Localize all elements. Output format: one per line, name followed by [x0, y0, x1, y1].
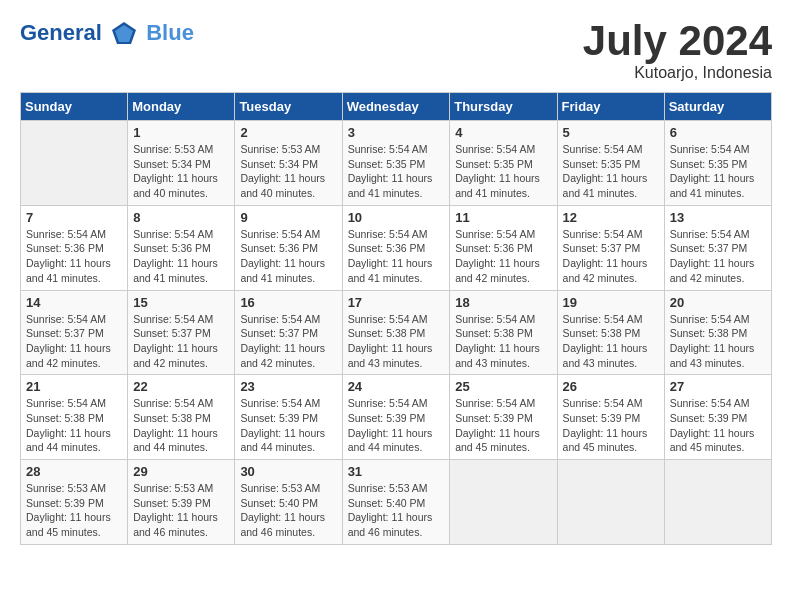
calendar-cell: 17Sunrise: 5:54 AMSunset: 5:38 PMDayligh…	[342, 290, 450, 375]
day-info: Sunrise: 5:54 AMSunset: 5:38 PMDaylight:…	[348, 312, 445, 371]
day-number: 17	[348, 295, 445, 310]
calendar-cell: 9Sunrise: 5:54 AMSunset: 5:36 PMDaylight…	[235, 205, 342, 290]
day-number: 19	[563, 295, 659, 310]
day-info: Sunrise: 5:54 AMSunset: 5:35 PMDaylight:…	[563, 142, 659, 201]
day-info: Sunrise: 5:54 AMSunset: 5:39 PMDaylight:…	[348, 396, 445, 455]
day-info: Sunrise: 5:54 AMSunset: 5:37 PMDaylight:…	[670, 227, 766, 286]
day-number: 8	[133, 210, 229, 225]
day-info: Sunrise: 5:53 AMSunset: 5:40 PMDaylight:…	[348, 481, 445, 540]
calendar-cell: 19Sunrise: 5:54 AMSunset: 5:38 PMDayligh…	[557, 290, 664, 375]
day-info: Sunrise: 5:54 AMSunset: 5:38 PMDaylight:…	[26, 396, 122, 455]
location-subtitle: Kutoarjo, Indonesia	[583, 64, 772, 82]
calendar-cell	[21, 121, 128, 206]
day-number: 3	[348, 125, 445, 140]
day-number: 13	[670, 210, 766, 225]
day-info: Sunrise: 5:54 AMSunset: 5:39 PMDaylight:…	[563, 396, 659, 455]
day-number: 28	[26, 464, 122, 479]
day-number: 12	[563, 210, 659, 225]
day-info: Sunrise: 5:54 AMSunset: 5:35 PMDaylight:…	[670, 142, 766, 201]
day-info: Sunrise: 5:54 AMSunset: 5:35 PMDaylight:…	[455, 142, 551, 201]
day-number: 4	[455, 125, 551, 140]
calendar-cell: 24Sunrise: 5:54 AMSunset: 5:39 PMDayligh…	[342, 375, 450, 460]
day-number: 23	[240, 379, 336, 394]
day-info: Sunrise: 5:54 AMSunset: 5:38 PMDaylight:…	[563, 312, 659, 371]
day-number: 20	[670, 295, 766, 310]
calendar-cell: 5Sunrise: 5:54 AMSunset: 5:35 PMDaylight…	[557, 121, 664, 206]
day-number: 16	[240, 295, 336, 310]
day-number: 18	[455, 295, 551, 310]
day-of-week-saturday: Saturday	[664, 93, 771, 121]
day-number: 30	[240, 464, 336, 479]
logo-general: General	[20, 20, 102, 45]
calendar-cell: 28Sunrise: 5:53 AMSunset: 5:39 PMDayligh…	[21, 460, 128, 545]
day-info: Sunrise: 5:54 AMSunset: 5:36 PMDaylight:…	[133, 227, 229, 286]
day-number: 10	[348, 210, 445, 225]
day-info: Sunrise: 5:54 AMSunset: 5:38 PMDaylight:…	[133, 396, 229, 455]
day-of-week-friday: Friday	[557, 93, 664, 121]
day-info: Sunrise: 5:54 AMSunset: 5:37 PMDaylight:…	[133, 312, 229, 371]
day-number: 2	[240, 125, 336, 140]
calendar-cell: 22Sunrise: 5:54 AMSunset: 5:38 PMDayligh…	[128, 375, 235, 460]
logo-icon	[110, 20, 138, 48]
calendar-cell: 18Sunrise: 5:54 AMSunset: 5:38 PMDayligh…	[450, 290, 557, 375]
day-number: 9	[240, 210, 336, 225]
day-number: 27	[670, 379, 766, 394]
day-info: Sunrise: 5:53 AMSunset: 5:39 PMDaylight:…	[133, 481, 229, 540]
day-info: Sunrise: 5:54 AMSunset: 5:39 PMDaylight:…	[455, 396, 551, 455]
day-number: 11	[455, 210, 551, 225]
calendar-cell: 25Sunrise: 5:54 AMSunset: 5:39 PMDayligh…	[450, 375, 557, 460]
title-block: July 2024 Kutoarjo, Indonesia	[583, 20, 772, 82]
calendar-cell: 14Sunrise: 5:54 AMSunset: 5:37 PMDayligh…	[21, 290, 128, 375]
day-number: 26	[563, 379, 659, 394]
day-number: 14	[26, 295, 122, 310]
logo-blue: Blue	[146, 20, 194, 45]
day-info: Sunrise: 5:53 AMSunset: 5:34 PMDaylight:…	[133, 142, 229, 201]
logo-text: General Blue	[20, 20, 194, 48]
day-info: Sunrise: 5:54 AMSunset: 5:36 PMDaylight:…	[26, 227, 122, 286]
calendar-cell: 30Sunrise: 5:53 AMSunset: 5:40 PMDayligh…	[235, 460, 342, 545]
calendar-cell: 7Sunrise: 5:54 AMSunset: 5:36 PMDaylight…	[21, 205, 128, 290]
calendar-table: SundayMondayTuesdayWednesdayThursdayFrid…	[20, 92, 772, 545]
day-info: Sunrise: 5:54 AMSunset: 5:37 PMDaylight:…	[563, 227, 659, 286]
calendar-cell: 4Sunrise: 5:54 AMSunset: 5:35 PMDaylight…	[450, 121, 557, 206]
day-info: Sunrise: 5:53 AMSunset: 5:40 PMDaylight:…	[240, 481, 336, 540]
calendar-week-row: 14Sunrise: 5:54 AMSunset: 5:37 PMDayligh…	[21, 290, 772, 375]
calendar-week-row: 21Sunrise: 5:54 AMSunset: 5:38 PMDayligh…	[21, 375, 772, 460]
day-info: Sunrise: 5:53 AMSunset: 5:39 PMDaylight:…	[26, 481, 122, 540]
logo: General Blue	[20, 20, 194, 48]
calendar-cell: 15Sunrise: 5:54 AMSunset: 5:37 PMDayligh…	[128, 290, 235, 375]
day-number: 22	[133, 379, 229, 394]
day-number: 21	[26, 379, 122, 394]
calendar-cell: 1Sunrise: 5:53 AMSunset: 5:34 PMDaylight…	[128, 121, 235, 206]
calendar-cell: 10Sunrise: 5:54 AMSunset: 5:36 PMDayligh…	[342, 205, 450, 290]
calendar-cell: 16Sunrise: 5:54 AMSunset: 5:37 PMDayligh…	[235, 290, 342, 375]
day-of-week-wednesday: Wednesday	[342, 93, 450, 121]
day-info: Sunrise: 5:54 AMSunset: 5:37 PMDaylight:…	[240, 312, 336, 371]
day-number: 7	[26, 210, 122, 225]
day-number: 24	[348, 379, 445, 394]
calendar-cell: 23Sunrise: 5:54 AMSunset: 5:39 PMDayligh…	[235, 375, 342, 460]
day-info: Sunrise: 5:54 AMSunset: 5:39 PMDaylight:…	[240, 396, 336, 455]
day-info: Sunrise: 5:53 AMSunset: 5:34 PMDaylight:…	[240, 142, 336, 201]
day-info: Sunrise: 5:54 AMSunset: 5:36 PMDaylight:…	[348, 227, 445, 286]
day-number: 1	[133, 125, 229, 140]
calendar-cell: 29Sunrise: 5:53 AMSunset: 5:39 PMDayligh…	[128, 460, 235, 545]
day-info: Sunrise: 5:54 AMSunset: 5:37 PMDaylight:…	[26, 312, 122, 371]
calendar-cell: 21Sunrise: 5:54 AMSunset: 5:38 PMDayligh…	[21, 375, 128, 460]
calendar-week-row: 1Sunrise: 5:53 AMSunset: 5:34 PMDaylight…	[21, 121, 772, 206]
calendar-cell: 8Sunrise: 5:54 AMSunset: 5:36 PMDaylight…	[128, 205, 235, 290]
day-of-week-sunday: Sunday	[21, 93, 128, 121]
calendar-cell	[557, 460, 664, 545]
day-info: Sunrise: 5:54 AMSunset: 5:35 PMDaylight:…	[348, 142, 445, 201]
calendar-cell: 20Sunrise: 5:54 AMSunset: 5:38 PMDayligh…	[664, 290, 771, 375]
day-number: 6	[670, 125, 766, 140]
day-info: Sunrise: 5:54 AMSunset: 5:39 PMDaylight:…	[670, 396, 766, 455]
day-of-week-thursday: Thursday	[450, 93, 557, 121]
calendar-cell: 27Sunrise: 5:54 AMSunset: 5:39 PMDayligh…	[664, 375, 771, 460]
calendar-cell: 13Sunrise: 5:54 AMSunset: 5:37 PMDayligh…	[664, 205, 771, 290]
calendar-week-row: 7Sunrise: 5:54 AMSunset: 5:36 PMDaylight…	[21, 205, 772, 290]
day-number: 25	[455, 379, 551, 394]
calendar-cell: 12Sunrise: 5:54 AMSunset: 5:37 PMDayligh…	[557, 205, 664, 290]
day-of-week-monday: Monday	[128, 93, 235, 121]
calendar-cell	[664, 460, 771, 545]
